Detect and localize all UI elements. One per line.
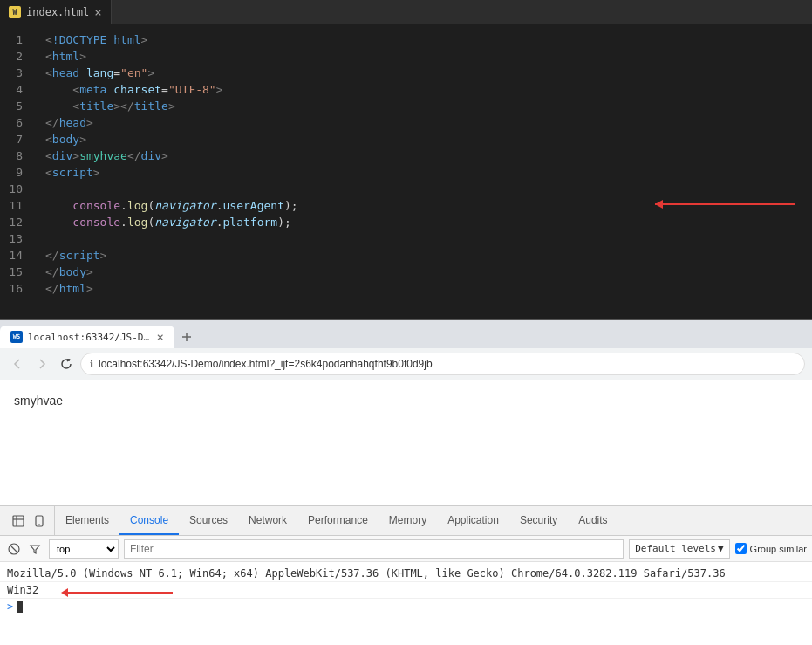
line-numbers: 12345 678910 1112131415 16 (0, 24, 31, 319)
arrow-line (655, 203, 795, 205)
code-line-16: </html> (45, 280, 812, 297)
svg-line-6 (11, 546, 17, 552)
refresh-button[interactable] (56, 353, 77, 374)
devtools-tab-elements[interactable]: Elements (55, 506, 119, 535)
devtools-tab-console[interactable]: Console (119, 506, 179, 535)
code-line-12: console.log(navigator.platform); (45, 214, 812, 230)
url-bar[interactable]: ℹ localhost:63342/JS-Demo/index.html?_ij… (80, 353, 805, 375)
console-filter-icon[interactable] (26, 540, 44, 558)
code-line-4: <meta charset="UTF-8"> (45, 81, 812, 98)
url-text: localhost:63342/JS-Demo/index.html?_ijt=… (99, 358, 433, 370)
group-similar-label: Group similar (750, 544, 807, 554)
code-line-13 (45, 230, 812, 247)
code-content: <!DOCTYPE html> <html> <head lang="en"> … (31, 24, 812, 319)
devtools-tab-sources[interactable]: Sources (179, 506, 238, 535)
console-clear-icon[interactable] (5, 540, 23, 558)
console-cursor (17, 601, 23, 613)
url-domain: localhost:63342/JS-Demo/index.html?_ijt=… (99, 358, 433, 370)
code-line-5: <title></title> (45, 98, 812, 114)
browser-tab-ws-icon: WS (10, 331, 23, 343)
code-line-6: </head> (45, 114, 812, 131)
console-group-similar: Group similar (735, 543, 807, 554)
browser-chrome: WS localhost:63342/JS-De... × (0, 320, 812, 380)
code-line-10 (45, 181, 812, 197)
code-editor: W index.html × 12345 678910 1112131415 1… (0, 0, 812, 319)
code-line-1: <!DOCTYPE html> (45, 31, 812, 48)
code-line-14: </script> (45, 247, 812, 264)
console-prompt-line[interactable]: > (0, 599, 812, 614)
browser-window: WS localhost:63342/JS-De... × (0, 319, 812, 645)
new-tab-button[interactable] (174, 326, 199, 348)
svg-rect-0 (13, 516, 24, 526)
page-body-text: smyhvae (14, 394, 798, 408)
browser-toolbar: ℹ localhost:63342/JS-Demo/index.html?_ij… (0, 348, 812, 380)
code-line-15: </body> (45, 264, 812, 280)
devtools-tab-performance[interactable]: Performance (297, 506, 379, 535)
editor-tab-close[interactable]: × (94, 5, 101, 19)
devtools-tab-bar: Elements Console Sources Network Perform… (0, 506, 812, 536)
console-output-text-1: Mozilla/5.0 (Windows NT 6.1; Win64; x64)… (7, 567, 726, 580)
devtools-tab-application[interactable]: Application (437, 506, 509, 535)
devtools-tab-memory[interactable]: Memory (379, 506, 437, 535)
group-similar-checkbox[interactable] (735, 543, 747, 554)
code-line-3: <head lang="en"> (45, 65, 812, 81)
console-filter-input[interactable] (124, 539, 624, 559)
console-output-text-2: Win32 (7, 584, 38, 596)
devtools-console-toolbar: top Default levels ▼ Group similar (0, 536, 812, 562)
browser-page-content: smyhvae (0, 380, 812, 505)
editor-tab-index-html[interactable]: W index.html × (0, 0, 112, 24)
console-levels-select[interactable]: Default levels ▼ (629, 539, 729, 559)
devtools-panel: Elements Console Sources Network Perform… (0, 505, 812, 645)
devtools-console-output: Mozilla/5.0 (Windows NT 6.1; Win64; x64)… (0, 562, 812, 645)
editor-content: 12345 678910 1112131415 16 <!DOCTYPE htm… (0, 24, 812, 319)
console-context-select[interactable]: top (49, 539, 119, 559)
code-line-9: <script> (45, 164, 812, 181)
back-button[interactable] (7, 353, 28, 374)
code-line-7: <body> (45, 131, 812, 148)
editor-tab-label: index.html (26, 6, 89, 18)
editor-tab-icon: W (9, 6, 21, 18)
devtools-tab-security[interactable]: Security (509, 506, 568, 535)
forward-button[interactable] (31, 353, 52, 374)
devtools-icon-buttons (3, 506, 55, 535)
browser-tab-close[interactable]: × (157, 330, 164, 344)
code-line-2: <html> (45, 48, 812, 65)
devtools-tab-network[interactable]: Network (238, 506, 297, 535)
browser-tab-title: localhost:63342/JS-De... (28, 332, 152, 343)
console-red-arrow (61, 586, 173, 598)
devtools-tab-audits[interactable]: Audits (568, 506, 618, 535)
lock-icon: ℹ (90, 359, 93, 370)
browser-active-tab[interactable]: WS localhost:63342/JS-De... × (0, 326, 174, 348)
devtools-cursor-icon[interactable] (9, 511, 28, 531)
editor-red-arrow (655, 203, 795, 205)
devtools-phone-icon[interactable] (30, 511, 49, 531)
console-output-line-1: Mozilla/5.0 (Windows NT 6.1; Win64; x64)… (0, 566, 812, 582)
code-line-11: console.log(navigator.userAgent); (45, 197, 812, 214)
svg-point-4 (38, 524, 40, 525)
console-action-icons (5, 540, 44, 558)
code-line-8: <div>smyhvae</div> (45, 148, 812, 164)
console-output-line-2: Win32 (0, 582, 812, 599)
arrow-head (655, 200, 663, 209)
console-prompt-symbol: > (7, 600, 13, 613)
editor-tab-bar: W index.html × (0, 0, 812, 24)
browser-tab-bar: WS localhost:63342/JS-De... × (0, 320, 812, 348)
